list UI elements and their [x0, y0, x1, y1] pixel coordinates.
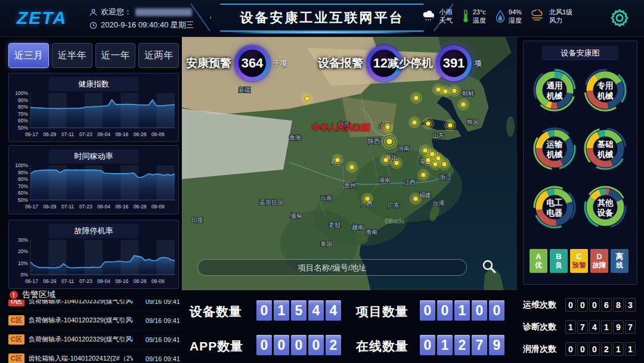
downtime-rate-panel: 故障停机率 0%10%20%30%06-1706-2907-1107-2308-… — [8, 220, 179, 289]
search-icon[interactable] — [481, 259, 497, 276]
svg-text:设备: 设备 — [597, 208, 614, 217]
device-count-digits: 01544 — [256, 300, 341, 321]
svg-text:50%: 50% — [18, 197, 28, 203]
map-marker[interactable] — [411, 93, 422, 103]
alert-text: 齿轮箱输入端-10401202412(2#（2V）... — [29, 354, 133, 363]
svg-text:机械: 机械 — [546, 150, 564, 159]
svg-text:07-23: 07-23 — [79, 278, 92, 284]
digit-box: 1 — [613, 342, 624, 356]
equipment-health-title: 设备安康图 — [542, 46, 618, 60]
device-count-label: 设备数量 — [190, 303, 242, 320]
svg-text:70%: 70% — [18, 183, 28, 189]
svg-text:20%: 20% — [18, 248, 28, 254]
digit-box: 1 — [454, 300, 470, 321]
health-gauge-5[interactable]: 其他设备 — [581, 183, 629, 231]
health-gauge-4[interactable]: 电工电器 — [531, 183, 578, 231]
svg-text:电工: 电工 — [547, 198, 564, 207]
legend-item: A优 — [530, 249, 547, 273]
digit-box: 4 — [326, 300, 341, 321]
app-count-label: APP数量 — [190, 338, 243, 355]
health-gauge-3[interactable]: 基础机械 — [581, 125, 629, 173]
svg-text:机械: 机械 — [597, 91, 614, 100]
zeta-logo: ZETA — [17, 8, 67, 28]
map-marker[interactable] — [410, 193, 421, 204]
digit-box: 0 — [420, 300, 435, 321]
alert-row[interactable]: D区负荷侧轴承-10401202329(煤气引风机电...09/16 09:41 — [8, 300, 180, 311]
map-marker[interactable] — [382, 122, 393, 133]
kpi-ring: 391 — [436, 45, 472, 81]
svg-text:70%: 70% — [18, 111, 28, 117]
digit-box: 5 — [291, 300, 306, 321]
svg-text:07-11: 07-11 — [61, 131, 74, 137]
tab-last-3-months[interactable]: 近三月 — [8, 43, 49, 68]
digit-box: 0 — [589, 342, 600, 356]
digit-box: 0 — [577, 342, 588, 356]
map-marker[interactable] — [458, 99, 469, 110]
alert-row[interactable]: C区齿轮箱输入端-10401202412(2#（2V）...09/16 09:4… — [8, 349, 180, 363]
digit-box: 0 — [291, 335, 306, 355]
map-label: 湖南 — [379, 177, 391, 183]
map-marker[interactable] — [380, 155, 391, 165]
china-map[interactable]: 朝鲜韩国新疆青海甘肃陕西山西山东河南湖北湖南江西安徽浙江福建广东广西贵州云南四川… — [182, 37, 517, 290]
humidity-icon — [495, 9, 506, 23]
weather-wind: 北风1级风力 — [531, 8, 572, 25]
kpi-unit: 千项 — [273, 59, 287, 68]
map-marker[interactable] — [440, 86, 451, 97]
settings-gear-icon[interactable] — [608, 7, 631, 32]
digit-box: 9 — [613, 320, 624, 334]
svg-text:06-17: 06-17 — [25, 278, 38, 284]
health-gauge-1[interactable]: 专用机械 — [581, 66, 629, 114]
health-gauge-2[interactable]: 运输机械 — [531, 125, 578, 173]
svg-text:90%: 90% — [18, 170, 28, 176]
digit-box: 2 — [454, 335, 470, 355]
svg-text:07-11: 07-11 — [61, 204, 74, 210]
map-marker[interactable] — [439, 159, 450, 170]
project-search-box — [197, 259, 467, 276]
svg-text:09-09: 09-09 — [151, 278, 165, 284]
digit-box: 0 — [565, 342, 576, 356]
map-marker[interactable] — [382, 134, 397, 149]
tab-last-6-months[interactable]: 近半年 — [52, 43, 92, 68]
map-marker[interactable] — [346, 162, 357, 173]
map-tibet — [182, 109, 292, 179]
online-count-label: 在线数量 — [356, 338, 408, 355]
alert-row[interactable]: C区负荷侧轴承-10401202329(煤气引风机电...09/16 09:41 — [8, 330, 180, 349]
map-marker[interactable] — [302, 93, 312, 104]
health-gauge-0[interactable]: 通用机械 — [531, 66, 578, 114]
tab-last-2-years[interactable]: 近两年 — [138, 43, 179, 68]
svg-text:08-28: 08-28 — [134, 278, 147, 284]
tab-last-1-year[interactable]: 近一年 — [95, 43, 136, 68]
map-label: 贵州 — [344, 182, 356, 189]
map-marker[interactable] — [332, 155, 343, 165]
digit-box: 4 — [589, 320, 600, 334]
digit-box: 7 — [472, 335, 487, 355]
map-marker[interactable] — [409, 117, 420, 128]
map-marker[interactable] — [423, 118, 434, 129]
clock-icon — [89, 21, 97, 29]
alert-time: 09/16 09:41 — [145, 317, 180, 324]
svg-text:09-09: 09-09 — [151, 131, 165, 137]
map-marker[interactable] — [362, 193, 373, 204]
online-count-digits: 01279 — [420, 335, 504, 355]
map-marker[interactable] — [445, 120, 456, 131]
map-label: 缅甸 — [290, 213, 302, 219]
svg-text:08-28: 08-28 — [134, 204, 147, 210]
svg-text:06-29: 06-29 — [43, 204, 56, 210]
map-label: 陕西 — [368, 138, 380, 144]
alert-time: 09/16 09:41 — [145, 336, 180, 343]
map-marker[interactable] — [391, 158, 402, 168]
svg-text:07-11: 07-11 — [61, 278, 74, 284]
map-marker[interactable] — [418, 170, 429, 180]
cloud-rain-icon — [422, 10, 436, 23]
svg-text:08-04: 08-04 — [97, 131, 110, 137]
user-icon — [89, 8, 97, 16]
project-count-label: 项目数量 — [356, 303, 408, 320]
digit-box: 0 — [472, 300, 487, 321]
digit-box: 8 — [613, 298, 624, 312]
svg-text:50%: 50% — [18, 125, 28, 131]
time-utilization-panel: 时间稼动率 50%60%70%80%90%100%06-1706-2907-11… — [8, 145, 179, 214]
alert-row[interactable]: C区负荷侧轴承-10401202329(煤气引风机电...09/16 09:41 — [8, 311, 180, 330]
time-range-tabs: 近三月 近半年 近一年 近两年 — [8, 43, 179, 68]
svg-text:07-23: 07-23 — [79, 204, 92, 210]
search-input[interactable] — [198, 260, 466, 275]
